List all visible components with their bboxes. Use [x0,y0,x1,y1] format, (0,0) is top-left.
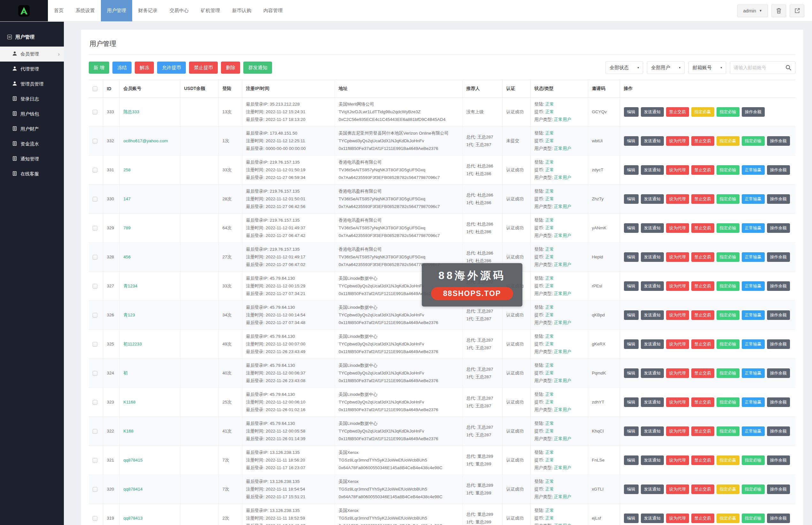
set-agent-button[interactable]: 设为代理 [666,484,689,494]
search-field-select[interactable]: 邮箱账号▾ [688,61,726,74]
normal-winlose-button[interactable]: 正常输赢 [742,252,765,262]
user-filter-select[interactable]: 全部用户▾ [647,61,685,74]
row-checkbox[interactable] [92,400,97,405]
force-lose-button[interactable]: 指定必输 [716,107,740,117]
add-button[interactable]: 新 增 [89,62,109,74]
force-lose-button[interactable]: 指定必输 [742,513,765,523]
edit-button[interactable]: 编辑 [624,310,639,320]
send-notice-button[interactable]: 发送通知 [641,223,664,233]
force-lose-button[interactable]: 指定必输 [716,281,740,291]
nav-new-coin-subscribe[interactable]: 新币认购 [226,0,257,21]
edit-button[interactable]: 编辑 [624,397,639,407]
force-lose-button[interactable]: 指定必输 [716,369,740,378]
row-checkbox[interactable] [92,487,97,492]
nav-finance-records[interactable]: 财务记录 [132,0,163,21]
force-lose-button[interactable]: 指定必输 [716,252,740,262]
nav-home[interactable]: 首页 [48,0,70,21]
ban-trade-button[interactable]: 禁止交易 [691,369,714,378]
adjust-balance-button[interactable]: 操作余额 [767,194,790,204]
ban-trade-button[interactable]: 禁止交易 [691,484,714,494]
ban-trade-button[interactable]: 禁止交易 [691,426,714,436]
search-icon[interactable] [785,64,792,71]
edit-button[interactable]: 编辑 [624,107,639,117]
set-agent-button[interactable]: 设为代理 [666,513,689,523]
account-link[interactable]: 789 [124,225,131,230]
set-agent-button[interactable]: 设为代理 [666,165,689,175]
send-notice-button[interactable]: 发送通知 [641,165,664,175]
ban-trade-button[interactable]: 禁止交易 [691,281,714,291]
edit-button[interactable]: 编辑 [624,426,639,436]
row-checkbox[interactable] [92,516,97,521]
edit-button[interactable]: 编辑 [624,484,639,494]
forbid-withdraw-button[interactable]: 禁止提币 [189,62,218,74]
ban-trade-button[interactable]: 禁止交易 [691,339,714,349]
row-checkbox[interactable] [92,371,97,376]
send-notice-button[interactable]: 发送通知 [641,339,664,349]
edit-button[interactable]: 编辑 [624,339,639,349]
force-win-button[interactable]: 指定必赢 [716,484,740,494]
send-notice-button[interactable]: 发送通知 [641,513,664,523]
trash-button[interactable] [771,4,786,17]
adjust-balance-button[interactable]: 操作余额 [767,252,790,262]
row-checkbox[interactable] [92,429,97,434]
edit-button[interactable]: 编辑 [624,513,639,523]
normal-winlose-button[interactable]: 正常输赢 [742,165,765,175]
set-agent-button[interactable]: 设为代理 [666,369,689,378]
force-lose-button[interactable]: 指定必输 [716,339,740,349]
ban-trade-button[interactable]: 禁止交易 [691,194,714,204]
set-agent-button[interactable]: 设为代理 [666,252,689,262]
row-checkbox[interactable] [92,226,97,230]
nav-system-settings[interactable]: 系统设置 [70,0,101,21]
allow-withdraw-button[interactable]: 允许提币 [157,62,186,74]
adjust-balance-button[interactable]: 操作余额 [767,369,790,378]
account-link[interactable]: qq878413 [124,516,143,521]
send-notice-button[interactable]: 发送通知 [641,455,664,465]
account-link[interactable]: 陈总333 [124,109,140,114]
send-notice-button[interactable]: 发送通知 [641,194,664,204]
adjust-balance-button[interactable]: 操作余额 [767,455,790,465]
send-notice-button[interactable]: 发送通知 [641,310,664,320]
force-lose-button[interactable]: 指定必输 [716,397,740,407]
nav-user-management[interactable]: 用户管理 [101,0,132,21]
force-lose-button[interactable]: 指定必输 [742,455,765,465]
nav-miner-management[interactable]: 矿机管理 [195,0,226,21]
admin-dropdown[interactable]: admin ▼ [737,4,768,17]
adjust-balance-button[interactable]: 操作余额 [767,484,790,494]
send-notice-button[interactable]: 发送通知 [641,136,664,146]
normal-winlose-button[interactable]: 正常输赢 [742,339,765,349]
sidebar-item-login-logs[interactable]: 登录日志 [0,92,64,106]
sidebar-item-notice-management[interactable]: 通知管理 [0,151,64,166]
ban-trade-button[interactable]: 禁止交易 [691,310,714,320]
edit-button[interactable]: 编辑 [624,165,639,175]
account-link[interactable]: 初112233 [124,342,142,346]
force-lose-button[interactable]: 指定必输 [742,136,765,146]
adjust-balance-button[interactable]: 操作余额 [767,426,790,436]
force-win-button[interactable]: 指定必赢 [716,455,740,465]
set-agent-button[interactable]: 设为代理 [666,339,689,349]
select-all-checkbox[interactable] [92,87,97,91]
force-win-button[interactable]: 指定必赢 [716,513,740,523]
account-link[interactable]: K168 [124,429,134,433]
normal-winlose-button[interactable]: 正常输赢 [742,310,765,320]
send-notice-button[interactable]: 发送通知 [641,281,664,291]
ban-trade-button[interactable]: 禁止交易 [691,513,714,523]
set-agent-button[interactable]: 设为代理 [666,281,689,291]
force-win-button[interactable]: 指定必赢 [691,107,714,117]
normal-winlose-button[interactable]: 正常输赢 [742,281,765,291]
ban-trade-button[interactable]: 禁止交易 [691,223,714,233]
row-checkbox[interactable] [92,255,97,260]
row-checkbox[interactable] [92,110,97,115]
account-link[interactable]: 147 [124,196,131,201]
edit-button[interactable]: 编辑 [624,136,639,146]
ban-trade-button[interactable]: 禁止交易 [691,136,714,146]
nav-content-management[interactable]: 内容管理 [257,0,289,21]
ban-trade-button[interactable]: 禁止交易 [691,252,714,262]
account-link[interactable]: K1168 [124,400,136,404]
ban-trade-button[interactable]: 禁止交易 [691,455,714,465]
nav-trade-center[interactable]: 交易中心 [163,0,195,21]
normal-winlose-button[interactable]: 正常输赢 [742,397,765,407]
adjust-balance-button[interactable]: 操作余额 [767,281,790,291]
sidebar-item-fund-flow[interactable]: 资金流水 [0,136,64,151]
send-notice-button[interactable]: 发送通知 [641,107,664,117]
delete-button[interactable]: 删除 [221,62,240,74]
